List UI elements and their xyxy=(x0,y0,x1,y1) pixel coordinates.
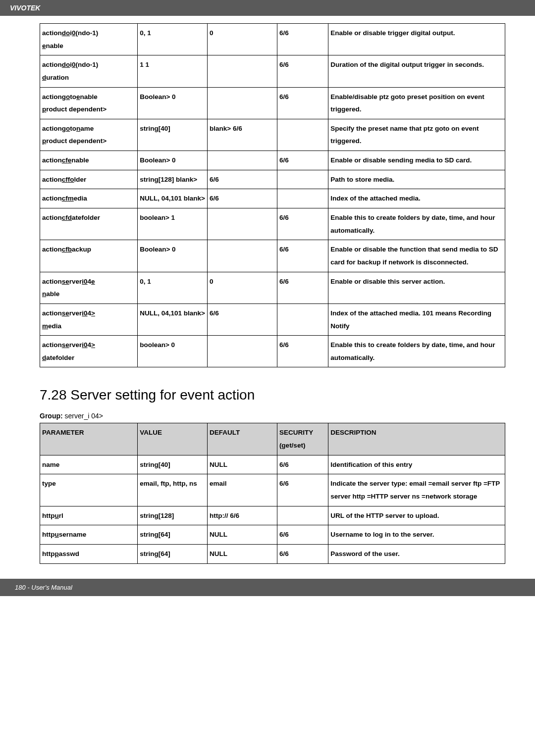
cell-desc: Enable or disable the function that send… xyxy=(328,240,505,272)
table-row: actiondoi0(ndo-1)enable0, 106/6Enable or… xyxy=(40,24,505,55)
cell-security: 6/6 xyxy=(277,24,328,55)
th-security: SECURITY (get/set) xyxy=(277,423,328,455)
table-row: httpurlstring[128]http:// 6/6URL of the … xyxy=(40,506,505,525)
cell-security: 6/6 xyxy=(277,474,328,506)
cell-value: NULL, 04,101 blank> xyxy=(138,303,208,335)
cell-param: name xyxy=(40,455,138,474)
cell-param: actioncfenable xyxy=(40,151,138,170)
cell-default: 6/6 xyxy=(208,303,277,335)
cell-security: 6/6 xyxy=(277,336,328,367)
cell-security xyxy=(277,189,328,208)
cell-value: string[128] xyxy=(138,506,208,525)
cell-param: httpusername xyxy=(40,525,138,545)
brand-label: VIVOTEK xyxy=(10,4,40,12)
cell-value: Boolean> 0 xyxy=(138,87,208,119)
cell-value: email, ftp, http, ns xyxy=(138,474,208,506)
cell-security: 6/6 xyxy=(277,87,328,119)
cell-desc: Specify the preset name that ptz goto on… xyxy=(328,119,505,151)
page-content: actiondoi0(ndo-1)enable0, 106/6Enable or… xyxy=(0,16,535,579)
cell-security: 6/6 xyxy=(277,525,328,545)
cell-default: email xyxy=(208,474,277,506)
params-table-2: PARAMETER VALUE DEFAULT SECURITY (get/se… xyxy=(40,423,505,563)
cell-desc: URL of the HTTP server to upload. xyxy=(328,506,505,525)
cell-desc: Enable or disable sending media to SD ca… xyxy=(328,151,505,170)
cell-param: actionserveri04>datefolder xyxy=(40,336,138,367)
th-value: VALUE xyxy=(138,423,208,455)
cell-security: 6/6 xyxy=(277,55,328,87)
cell-default: blank> 6/6 xyxy=(208,119,277,151)
cell-desc: Username to log in to the server. xyxy=(328,525,505,545)
cell-default xyxy=(208,55,277,87)
cell-default: 6/6 xyxy=(208,170,277,189)
table-row: actioncfdatefolderboolean> 16/6Enable th… xyxy=(40,208,505,240)
cell-value: string[40] xyxy=(138,119,208,151)
cell-security: 6/6 xyxy=(277,544,328,563)
th-description: DESCRIPTION xyxy=(328,423,505,455)
table-row: actionserveri04enable0, 106/6Enable or d… xyxy=(40,272,505,303)
cell-default: NULL xyxy=(208,455,277,474)
group-line: Group: server_i 04> xyxy=(40,412,505,420)
cell-default: NULL xyxy=(208,525,277,545)
cell-param: actioncffolder xyxy=(40,170,138,189)
cell-default: http:// 6/6 xyxy=(208,506,277,525)
cell-security: 6/6 xyxy=(277,151,328,170)
cell-param: actiondoi0(ndo-1)duration xyxy=(40,55,138,87)
cell-param: actioncfdatefolder xyxy=(40,208,138,240)
cell-value: NULL, 04,101 blank> xyxy=(138,189,208,208)
cell-param: actioncfbackup xyxy=(40,240,138,272)
table-row: namestring[40]NULL6/6Identification of t… xyxy=(40,455,505,474)
table-row: actioncfmediaNULL, 04,101 blank>6/6Index… xyxy=(40,189,505,208)
cell-default: NULL xyxy=(208,544,277,563)
cell-value: string[64] xyxy=(138,525,208,545)
cell-security xyxy=(277,170,328,189)
cell-desc: Enable or disable this server action. xyxy=(328,272,505,303)
cell-desc: Enable or disable trigger digital output… xyxy=(328,24,505,55)
cell-desc: Indicate the server type: email =email s… xyxy=(328,474,505,506)
cell-desc: Index of the attached media. xyxy=(328,189,505,208)
cell-desc: Index of the attached media. 101 means R… xyxy=(328,303,505,335)
table-row: actioncfbackupBoolean> 06/6Enable or dis… xyxy=(40,240,505,272)
cell-param: type xyxy=(40,474,138,506)
cell-security: 6/6 xyxy=(277,272,328,303)
table-row: typeemail, ftp, http, nsemail6/6Indicate… xyxy=(40,474,505,506)
table-row: actionserveri04>datefolderboolean> 06/6E… xyxy=(40,336,505,367)
params-table-1: actiondoi0(ndo-1)enable0, 106/6Enable or… xyxy=(40,23,505,367)
cell-desc: Path to store media. xyxy=(328,170,505,189)
cell-param: actiongotoenableproduct dependent> xyxy=(40,87,138,119)
cell-desc: Enable this to create folders by date, t… xyxy=(328,208,505,240)
cell-default: 6/6 xyxy=(208,189,277,208)
cell-default: 0 xyxy=(208,272,277,303)
cell-param: httpurl xyxy=(40,506,138,525)
cell-param: actionserveri04enable xyxy=(40,272,138,303)
table-row: actiongotonameproduct dependent>string[4… xyxy=(40,119,505,151)
cell-param: actionserveri04>media xyxy=(40,303,138,335)
cell-security xyxy=(277,119,328,151)
cell-value: string[64] xyxy=(138,544,208,563)
cell-value: 0, 1 xyxy=(138,272,208,303)
cell-value: 1 1 xyxy=(138,55,208,87)
table-row: httpusernamestring[64]NULL6/6Username to… xyxy=(40,525,505,545)
cell-value: string[40] xyxy=(138,455,208,474)
cell-value: 0, 1 xyxy=(138,24,208,55)
cell-param: actiongotonameproduct dependent> xyxy=(40,119,138,151)
group-value: server_i 04> xyxy=(65,412,103,420)
cell-value: Boolean> 0 xyxy=(138,240,208,272)
cell-desc: Enable this to create folders by date, t… xyxy=(328,336,505,367)
table-row: actioncfenableBoolean> 06/6Enable or dis… xyxy=(40,151,505,170)
cell-security xyxy=(277,506,328,525)
cell-desc: Enable/disable ptz goto preset position … xyxy=(328,87,505,119)
table-row: actiongotoenableproduct dependent>Boolea… xyxy=(40,87,505,119)
cell-value: boolean> 1 xyxy=(138,208,208,240)
cell-security: 6/6 xyxy=(277,240,328,272)
cell-value: string[128] blank> xyxy=(138,170,208,189)
cell-param: actiondoi0(ndo-1)enable xyxy=(40,24,138,55)
header-bar: VIVOTEK xyxy=(0,0,535,16)
table-header-row: PARAMETER VALUE DEFAULT SECURITY (get/se… xyxy=(40,423,505,455)
table-row: httppasswdstring[64]NULL6/6Password of t… xyxy=(40,544,505,563)
cell-security xyxy=(277,303,328,335)
cell-default xyxy=(208,151,277,170)
section-heading: 7.28 Server setting for event action xyxy=(40,387,505,403)
cell-default xyxy=(208,208,277,240)
cell-desc: Password of the user. xyxy=(328,544,505,563)
table-row: actionserveri04>mediaNULL, 04,101 blank>… xyxy=(40,303,505,335)
